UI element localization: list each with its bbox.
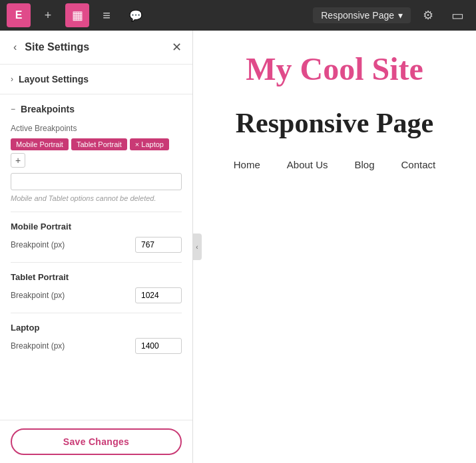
nav-contact[interactable]: Contact <box>401 159 436 170</box>
elementor-logo-icon: E <box>15 9 23 21</box>
tablet-portrait-breakpoint-row: Breakpoint (px) <box>11 287 182 303</box>
layout-settings-label: Layout Settings <box>19 74 89 84</box>
mobile-breakpoint-input[interactable] <box>135 237 182 253</box>
add-element-btn[interactable]: + <box>36 3 60 27</box>
tablet-portrait-heading: Tablet Portrait <box>11 272 182 282</box>
widgets-icon: ▦ <box>72 8 83 23</box>
layout-settings-section[interactable]: › Layout Settings <box>0 65 192 94</box>
mobile-portrait-tag[interactable]: Mobile Portrait <box>11 138 69 150</box>
plus-icon: + <box>45 9 52 23</box>
toolbar-right-actions: ⚙ ▭ <box>416 3 469 27</box>
breakpoint-search-input[interactable] <box>11 173 182 190</box>
layers-icon: ≡ <box>103 8 111 23</box>
chat-icon: 💬 <box>129 9 142 22</box>
collapse-icon: ‹ <box>196 243 198 251</box>
chat-btn[interactable]: 💬 <box>124 3 148 27</box>
elementor-logo-btn[interactable]: E <box>7 3 31 27</box>
page-selector[interactable]: Responsive Page ▾ <box>313 7 411 23</box>
settings-icon: ⚙ <box>423 8 433 23</box>
nav-bar: Home About Us Blog Contact <box>234 159 435 170</box>
add-breakpoint-btn[interactable]: + <box>11 153 25 168</box>
laptop-breakpoint-label: Breakpoint (px) <box>11 341 65 351</box>
device-icon: ▭ <box>451 7 464 23</box>
layout-settings-arrow: › <box>11 75 13 84</box>
plus-icon: + <box>15 155 21 166</box>
mobile-breakpoint-label: Breakpoint (px) <box>11 240 65 249</box>
close-button[interactable]: ✕ <box>172 40 182 55</box>
tablet-breakpoint-label: Breakpoint (px) <box>11 291 65 300</box>
breakpoints-header[interactable]: − Breakpoints <box>11 104 182 114</box>
canvas-area: My Cool Site Responsive Page Home About … <box>193 31 476 463</box>
settings-btn[interactable]: ⚙ <box>416 3 440 27</box>
site-title: My Cool Site <box>246 51 423 87</box>
nav-home[interactable]: Home <box>234 159 260 170</box>
laptop-breakpoint-input[interactable] <box>135 338 182 354</box>
sidebar-header-left: ‹ Site Settings <box>11 40 89 55</box>
mobile-portrait-breakpoint-row: Breakpoint (px) <box>11 237 182 253</box>
laptop-breakpoint-row: Breakpoint (px) <box>11 338 182 354</box>
back-button[interactable]: ‹ <box>11 40 19 55</box>
breakpoints-expand-icon: − <box>11 104 15 114</box>
sidebar-footer: Save Changes <box>0 420 192 463</box>
page-name-label: Responsive Page <box>321 10 394 21</box>
sidebar-collapse-handle[interactable]: ‹ <box>192 233 202 260</box>
tablet-portrait-tag[interactable]: Tablet Portrait <box>71 138 127 150</box>
sidebar: ‹ Site Settings ✕ › Layout Settings − Br… <box>0 31 193 463</box>
breakpoints-label: Breakpoints <box>21 104 75 114</box>
sidebar-title: Site Settings <box>25 41 89 53</box>
laptop-heading: Laptop <box>11 323 182 333</box>
mobile-portrait-heading: Mobile Portrait <box>11 222 182 232</box>
breakpoint-tags: Mobile Portrait Tablet Portrait × Laptop… <box>11 138 182 168</box>
active-breakpoints-label: Active Breakpoints <box>11 124 182 133</box>
breakpoints-section: − Breakpoints Active Breakpoints Mobile … <box>0 94 192 373</box>
page-heading: Responsive Page <box>236 107 434 139</box>
save-changes-button[interactable]: Save Changes <box>11 428 182 455</box>
device-preview-btn[interactable]: ▭ <box>445 3 469 27</box>
back-icon: ‹ <box>13 41 17 53</box>
sidebar-content: › Layout Settings − Breakpoints Active B… <box>0 65 192 463</box>
laptop-tag[interactable]: × Laptop <box>130 138 169 150</box>
chevron-down-icon: ▾ <box>398 10 403 21</box>
widgets-btn[interactable]: ▦ <box>65 3 89 27</box>
nav-about[interactable]: About Us <box>287 159 328 170</box>
nav-blog[interactable]: Blog <box>354 159 374 170</box>
sidebar-header: ‹ Site Settings ✕ <box>0 31 192 65</box>
close-icon: ✕ <box>172 41 182 54</box>
toolbar: E + ▦ ≡ 💬 Responsive Page ▾ ⚙ ▭ <box>0 0 476 31</box>
breakpoint-warning: Mobile and Tablet options cannot be dele… <box>11 194 182 202</box>
tablet-breakpoint-input[interactable] <box>135 287 182 303</box>
layers-btn[interactable]: ≡ <box>95 3 119 27</box>
main-area: ‹ Site Settings ✕ › Layout Settings − Br… <box>0 31 476 463</box>
